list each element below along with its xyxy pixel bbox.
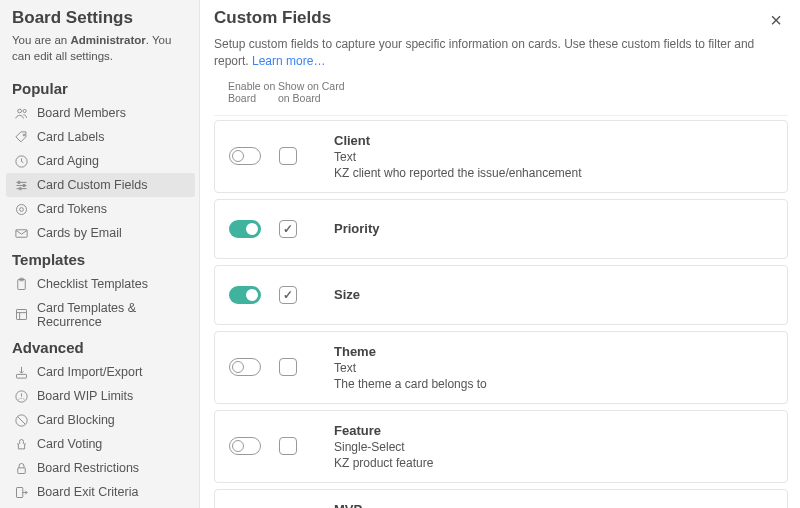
field-name: Feature: [334, 423, 773, 438]
sidebar-item-label: Card Templates & Recurrence: [37, 301, 187, 329]
sidebar-item-label: Board Members: [37, 106, 126, 120]
svg-rect-13: [17, 374, 27, 378]
page-title: Custom Fields: [214, 8, 331, 28]
users-icon: [14, 106, 29, 121]
enable-toggle[interactable]: [229, 147, 261, 165]
field-row[interactable]: ThemeTextThe theme a card belongs to: [214, 331, 788, 404]
sidebar-item-label: Cards by Email: [37, 226, 122, 240]
sidebar-item-card-import-export[interactable]: Card Import/Export: [6, 360, 195, 384]
sidebar-item-board-wip-limits[interactable]: Board WIP Limits: [6, 384, 195, 408]
sidebar-item-label: Card Custom Fields: [37, 178, 147, 192]
field-description: The theme a card belongs to: [334, 377, 773, 391]
sidebar-item-label: Checklist Templates: [37, 277, 148, 291]
close-icon[interactable]: ×: [764, 8, 788, 32]
field-type: Single-Select: [334, 440, 773, 454]
svg-rect-17: [17, 487, 23, 497]
field-description: KZ client who reported the issue/enhance…: [334, 166, 773, 180]
sidebar-item-board-members[interactable]: Board Members: [6, 101, 195, 125]
mail-icon: [14, 226, 29, 241]
field-row[interactable]: Priority: [214, 199, 788, 259]
svg-point-0: [18, 109, 22, 113]
sidebar-item-card-voting[interactable]: Card Voting: [6, 432, 195, 456]
show-checkbox[interactable]: [279, 286, 297, 304]
import-icon: [14, 365, 29, 380]
column-headers: Enable onBoard Show on Cardon Board: [214, 80, 788, 116]
sidebar-item-label: Board Exit Criteria: [37, 485, 138, 499]
section-popular: Popular: [6, 74, 199, 101]
svg-rect-12: [17, 310, 27, 320]
sidebar-item-card-tokens[interactable]: Card Tokens: [6, 197, 195, 221]
enable-toggle[interactable]: [229, 286, 261, 304]
field-name: MVP: [334, 502, 773, 508]
sidebar-item-label: Card Tokens: [37, 202, 107, 216]
sidebar-title: Board Settings: [6, 8, 199, 32]
show-checkbox[interactable]: [279, 147, 297, 165]
field-row[interactable]: MVPToggleMinimum Viable Product: [214, 489, 788, 508]
sidebar-subtitle: You are an Administrator. You can edit a…: [6, 32, 199, 74]
sidebar-item-label: Card Voting: [37, 437, 102, 451]
sidebar-item-board-restrictions[interactable]: Board Restrictions: [6, 456, 195, 480]
svg-rect-9: [16, 229, 27, 237]
sidebar-item-cards-by-email[interactable]: Cards by Email: [6, 221, 195, 245]
sidebar-item-card-blocking[interactable]: Card Blocking: [6, 408, 195, 432]
field-name: Client: [334, 133, 773, 148]
field-description: KZ product feature: [334, 456, 773, 470]
sidebar-item-card-templates-recurrence[interactable]: Card Templates & Recurrence: [6, 296, 195, 333]
sidebar-item-board-exit-criteria[interactable]: Board Exit Criteria: [6, 480, 195, 504]
sidebar: Board Settings You are an Administrator.…: [0, 0, 200, 508]
section-templates: Templates: [6, 245, 199, 272]
sidebar-item-card-aging[interactable]: Card Aging: [6, 149, 195, 173]
field-type: Text: [334, 361, 773, 375]
token-icon: [14, 202, 29, 217]
svg-point-8: [20, 207, 24, 211]
sidebar-item-card-custom-fields[interactable]: Card Custom Fields: [6, 173, 195, 197]
tag-icon: [14, 130, 29, 145]
sidebar-item-label: Board Restrictions: [37, 461, 139, 475]
svg-rect-16: [18, 468, 26, 474]
sidebar-item-checklist-templates[interactable]: Checklist Templates: [6, 272, 195, 296]
enable-toggle[interactable]: [229, 220, 261, 238]
page-description: Setup custom fields to capture your spec…: [214, 36, 788, 70]
limit-icon: [14, 389, 29, 404]
svg-point-2: [23, 134, 25, 136]
vote-icon: [14, 437, 29, 452]
lock-icon: [14, 461, 29, 476]
field-row[interactable]: ClientTextKZ client who reported the iss…: [214, 120, 788, 193]
show-checkbox[interactable]: [279, 358, 297, 376]
learn-more-link[interactable]: Learn more…: [252, 54, 325, 68]
exit-icon: [14, 485, 29, 500]
sidebar-item-card-iframe[interactable]: Card iFrame: [6, 504, 195, 508]
show-checkbox[interactable]: [279, 220, 297, 238]
section-advanced: Advanced: [6, 333, 199, 360]
clipboard-icon: [14, 277, 29, 292]
svg-point-1: [23, 109, 26, 112]
block-icon: [14, 413, 29, 428]
sidebar-item-label: Card Aging: [37, 154, 99, 168]
field-row[interactable]: Size: [214, 265, 788, 325]
col-enable: Enable onBoard: [228, 80, 278, 105]
sidebar-item-label: Board WIP Limits: [37, 389, 133, 403]
enable-toggle[interactable]: [229, 437, 261, 455]
sidebar-item-card-labels[interactable]: Card Labels: [6, 125, 195, 149]
template-icon: [14, 307, 29, 322]
field-name: Priority: [334, 221, 773, 236]
sidebar-item-label: Card Blocking: [37, 413, 115, 427]
clock-icon: [14, 154, 29, 169]
sliders-icon: [14, 178, 29, 193]
col-show: Show on Cardon Board: [278, 80, 348, 105]
enable-toggle[interactable]: [229, 358, 261, 376]
field-row[interactable]: FeatureSingle-SelectKZ product feature: [214, 410, 788, 483]
field-type: Text: [334, 150, 773, 164]
show-checkbox[interactable]: [279, 437, 297, 455]
svg-point-7: [17, 204, 27, 214]
main-panel: Custom Fields × Setup custom fields to c…: [200, 0, 800, 508]
field-name: Size: [334, 287, 773, 302]
sidebar-item-label: Card Labels: [37, 130, 104, 144]
field-name: Theme: [334, 344, 773, 359]
sidebar-item-label: Card Import/Export: [37, 365, 143, 379]
